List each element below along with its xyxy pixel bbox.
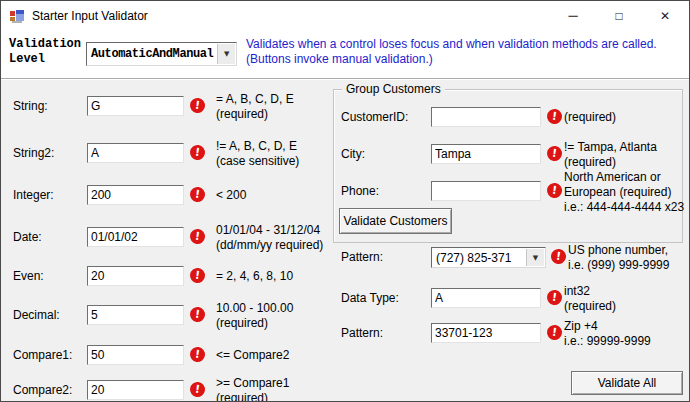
integer-input[interactable] <box>87 185 184 205</box>
pattern-phone-combobox[interactable]: (727) 825-371 ▼ <box>431 247 546 268</box>
even-field-label: Even: <box>13 269 44 283</box>
pattern-phone-value: (727) 825-371 <box>436 251 511 265</box>
string2-field-label: String2: <box>13 146 54 160</box>
validation-level-label: Validation Level <box>9 37 81 67</box>
string2-hint: != A, B, C, D, E (case sensitive) <box>216 139 299 169</box>
decimal-field-label: Decimal: <box>13 308 60 322</box>
error-icon: ! <box>189 381 206 398</box>
string-field-label: String: <box>13 99 48 113</box>
city-input[interactable] <box>431 144 541 164</box>
error-icon: ! <box>189 306 206 323</box>
pattern-zip-input[interactable] <box>431 323 541 343</box>
even-hint: = 2, 4, 6, 8, 10 <box>216 269 293 284</box>
window-title: Starter Input Validator <box>32 9 148 23</box>
compare2-field-label: Compare2: <box>13 383 72 397</box>
error-icon: ! <box>189 144 206 161</box>
pattern-phone-hint: US phone number, i.e. (999) 999-9999 <box>568 243 669 273</box>
phone-input[interactable] <box>431 181 541 201</box>
compare2-hint: >= Compare1 (required) <box>216 376 289 402</box>
close-button[interactable]: ✕ <box>642 1 688 30</box>
integer-hint: < 200 <box>216 188 246 203</box>
error-icon: ! <box>189 346 206 363</box>
phone-field-label: Phone: <box>341 184 379 198</box>
chevron-down-icon[interactable]: ▼ <box>217 44 235 64</box>
decimal-input[interactable] <box>87 305 184 325</box>
customerid-field-label: CustomerID: <box>341 110 408 124</box>
group-customers-title: Group Customers <box>342 82 445 96</box>
pattern-zip-field-label: Pattern: <box>341 326 383 340</box>
maximize-button[interactable]: □ <box>596 1 642 30</box>
datatype-field-label: Data Type: <box>341 291 399 305</box>
app-icon <box>9 8 25 24</box>
date-input[interactable] <box>87 227 184 247</box>
city-hint: != Tampa, Atlanta (required) <box>564 140 657 170</box>
error-icon: ! <box>189 97 206 114</box>
customerid-input[interactable] <box>431 107 541 127</box>
error-icon: ! <box>189 186 206 203</box>
compare1-hint: <= Compare2 <box>216 348 289 363</box>
error-icon: ! <box>546 289 563 306</box>
date-field-label: Date: <box>13 230 42 244</box>
title-bar[interactable]: Starter Input Validator ─ □ ✕ <box>1 1 689 32</box>
date-hint: 01/01/04 - 31/12/04 (dd/mm/yy required) <box>216 223 323 253</box>
validate-all-button[interactable]: Validate All <box>571 371 683 395</box>
integer-field-label: Integer: <box>13 188 54 202</box>
validation-level-panel: Validation Level AutomaticAndManual ▼ Va… <box>1 31 689 79</box>
validation-level-combobox[interactable]: AutomaticAndManual ▼ <box>86 42 237 66</box>
chevron-down-icon[interactable]: ▼ <box>526 249 544 266</box>
pattern-phone-field-label: Pattern: <box>341 250 383 264</box>
datatype-hint: int32 (required) <box>564 284 616 314</box>
validate-customers-button[interactable]: Validate Customers <box>339 208 452 234</box>
customerid-hint: (required) <box>564 110 616 125</box>
phone-hint: North American or European (required) i.… <box>564 170 684 215</box>
city-field-label: City: <box>341 147 365 161</box>
minimize-button[interactable]: ─ <box>550 1 596 30</box>
string-hint: = A, B, C, D, E (required) <box>216 92 294 122</box>
error-icon: ! <box>546 324 563 341</box>
error-icon: ! <box>189 267 206 284</box>
string-input[interactable] <box>87 96 184 116</box>
error-icon: ! <box>550 248 567 265</box>
datatype-input[interactable] <box>431 288 541 308</box>
pattern-zip-hint: Zip +4 i.e.: 99999-9999 <box>564 319 651 349</box>
compare1-field-label: Compare1: <box>13 348 72 362</box>
even-input[interactable] <box>87 266 184 286</box>
decimal-hint: 10.00 - 100.00 (required) <box>216 301 293 331</box>
error-icon: ! <box>189 228 206 245</box>
string2-input[interactable] <box>87 143 184 163</box>
validation-description: Validates when a control loses focus and… <box>246 37 657 67</box>
compare1-input[interactable] <box>87 345 184 365</box>
validation-level-value: AutomaticAndManual <box>91 47 213 61</box>
app-window: Starter Input Validator ─ □ ✕ Validation… <box>0 0 690 402</box>
compare2-input[interactable] <box>87 380 184 400</box>
